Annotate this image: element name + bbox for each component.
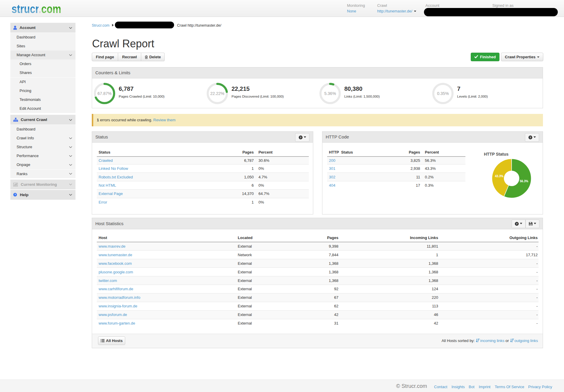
svg-text:?: ? [300,136,301,139]
svg-text:?: ? [529,136,531,139]
svg-text:?: ? [14,193,16,196]
svg-text:?: ? [516,222,518,225]
